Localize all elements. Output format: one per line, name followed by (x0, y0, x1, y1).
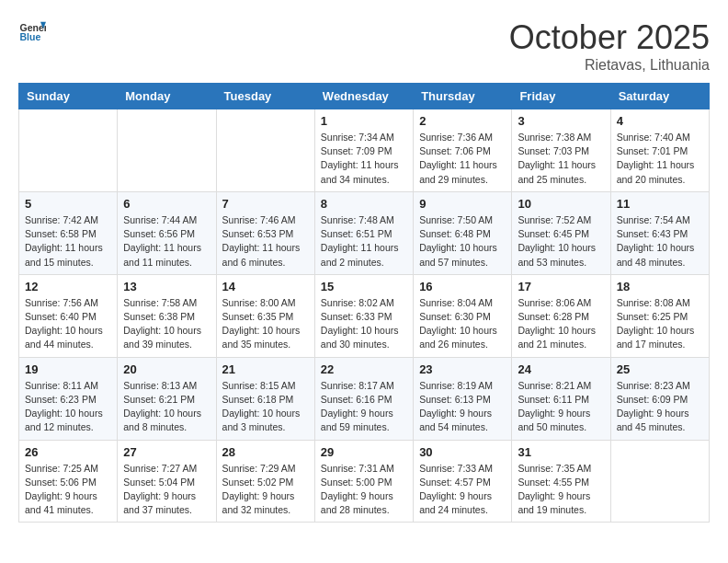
calendar-cell: 3Sunrise: 7:38 AM Sunset: 7:03 PM Daylig… (512, 109, 610, 192)
day-info: Sunrise: 7:25 AM Sunset: 5:06 PM Dayligh… (25, 462, 111, 518)
location: Rietavas, Lithuania (509, 57, 710, 74)
day-info: Sunrise: 7:35 AM Sunset: 4:55 PM Dayligh… (518, 462, 604, 518)
calendar-week-row: 19Sunrise: 8:11 AM Sunset: 6:23 PM Dayli… (19, 357, 710, 440)
day-number: 27 (123, 445, 210, 459)
day-number: 15 (321, 280, 407, 293)
day-info: Sunrise: 8:17 AM Sunset: 6:16 PM Dayligh… (321, 379, 407, 435)
day-info: Sunrise: 7:34 AM Sunset: 7:09 PM Dayligh… (321, 131, 407, 187)
day-number: 16 (419, 280, 506, 293)
calendar-cell: 19Sunrise: 8:11 AM Sunset: 6:23 PM Dayli… (19, 357, 118, 440)
day-number: 2 (419, 114, 506, 128)
day-number: 20 (123, 362, 210, 376)
day-number: 7 (222, 197, 309, 211)
calendar-cell: 27Sunrise: 7:27 AM Sunset: 5:04 PM Dayli… (118, 440, 216, 523)
day-info: Sunrise: 7:42 AM Sunset: 6:58 PM Dayligh… (25, 213, 111, 270)
day-info: Sunrise: 7:40 AM Sunset: 7:01 PM Dayligh… (617, 131, 703, 187)
calendar-cell: 4Sunrise: 7:40 AM Sunset: 7:01 PM Daylig… (610, 109, 709, 192)
calendar-cell: 28Sunrise: 7:29 AM Sunset: 5:02 PM Dayli… (216, 440, 314, 523)
day-number: 14 (222, 280, 309, 293)
day-number: 22 (321, 362, 407, 376)
day-number: 26 (25, 445, 111, 459)
day-number: 8 (321, 197, 407, 211)
day-info: Sunrise: 7:54 AM Sunset: 6:43 PM Dayligh… (617, 213, 703, 270)
calendar-cell: 8Sunrise: 7:48 AM Sunset: 6:51 PM Daylig… (314, 191, 413, 274)
calendar-cell: 12Sunrise: 7:56 AM Sunset: 6:40 PM Dayli… (19, 274, 118, 357)
day-number: 6 (123, 197, 210, 211)
calendar-cell: 11Sunrise: 7:54 AM Sunset: 6:43 PM Dayli… (610, 191, 709, 274)
day-number: 9 (419, 197, 506, 211)
day-number: 28 (222, 445, 309, 459)
day-of-week-header: Friday (512, 84, 610, 109)
calendar-header-row: SundayMondayTuesdayWednesdayThursdayFrid… (19, 84, 710, 109)
calendar-cell: 13Sunrise: 7:58 AM Sunset: 6:38 PM Dayli… (118, 274, 216, 357)
day-number: 11 (617, 197, 703, 211)
day-info: Sunrise: 8:23 AM Sunset: 6:09 PM Dayligh… (617, 379, 703, 435)
calendar-cell: 29Sunrise: 7:31 AM Sunset: 5:00 PM Dayli… (314, 440, 413, 523)
calendar-table: SundayMondayTuesdayWednesdayThursdayFrid… (18, 83, 710, 523)
day-number: 21 (222, 362, 309, 376)
day-number: 29 (321, 445, 407, 459)
calendar-cell: 7Sunrise: 7:46 AM Sunset: 6:53 PM Daylig… (216, 191, 314, 274)
calendar-cell: 18Sunrise: 8:08 AM Sunset: 6:25 PM Dayli… (610, 274, 709, 357)
calendar-cell: 23Sunrise: 8:19 AM Sunset: 6:13 PM Dayli… (414, 357, 512, 440)
calendar-cell: 30Sunrise: 7:33 AM Sunset: 4:57 PM Dayli… (414, 440, 512, 523)
day-number: 5 (25, 197, 111, 211)
day-info: Sunrise: 7:44 AM Sunset: 6:56 PM Dayligh… (123, 213, 210, 270)
logo: General Blue (18, 18, 46, 46)
day-info: Sunrise: 7:38 AM Sunset: 7:03 PM Dayligh… (518, 131, 604, 187)
calendar-cell (118, 109, 216, 192)
day-number: 12 (25, 280, 111, 293)
calendar-cell: 20Sunrise: 8:13 AM Sunset: 6:21 PM Dayli… (118, 357, 216, 440)
day-of-week-header: Sunday (19, 84, 118, 109)
calendar-cell: 31Sunrise: 7:35 AM Sunset: 4:55 PM Dayli… (512, 440, 610, 523)
day-of-week-header: Tuesday (216, 84, 314, 109)
calendar-cell: 25Sunrise: 8:23 AM Sunset: 6:09 PM Dayli… (610, 357, 709, 440)
calendar-week-row: 26Sunrise: 7:25 AM Sunset: 5:06 PM Dayli… (19, 440, 710, 523)
page-header: General Blue October 2025 Rietavas, Lith… (18, 18, 710, 74)
calendar-cell: 17Sunrise: 8:06 AM Sunset: 6:28 PM Dayli… (512, 274, 610, 357)
day-info: Sunrise: 8:04 AM Sunset: 6:30 PM Dayligh… (419, 296, 506, 352)
day-number: 30 (419, 445, 506, 459)
day-number: 23 (419, 362, 506, 376)
title-block: October 2025 Rietavas, Lithuania (509, 18, 710, 74)
day-info: Sunrise: 8:11 AM Sunset: 6:23 PM Dayligh… (25, 379, 111, 435)
day-of-week-header: Saturday (610, 84, 709, 109)
day-number: 17 (518, 280, 604, 293)
day-number: 24 (518, 362, 604, 376)
day-info: Sunrise: 8:02 AM Sunset: 6:33 PM Dayligh… (321, 296, 407, 352)
calendar-week-row: 1Sunrise: 7:34 AM Sunset: 7:09 PM Daylig… (19, 109, 710, 192)
calendar-cell: 26Sunrise: 7:25 AM Sunset: 5:06 PM Dayli… (19, 440, 118, 523)
day-number: 1 (321, 114, 407, 128)
month-title: October 2025 (509, 18, 710, 57)
day-info: Sunrise: 7:36 AM Sunset: 7:06 PM Dayligh… (419, 131, 506, 187)
calendar-cell: 16Sunrise: 8:04 AM Sunset: 6:30 PM Dayli… (414, 274, 512, 357)
calendar-cell (19, 109, 118, 192)
day-info: Sunrise: 8:21 AM Sunset: 6:11 PM Dayligh… (518, 379, 604, 435)
day-info: Sunrise: 7:52 AM Sunset: 6:45 PM Dayligh… (518, 213, 604, 270)
day-info: Sunrise: 8:19 AM Sunset: 6:13 PM Dayligh… (419, 379, 506, 435)
calendar-cell: 14Sunrise: 8:00 AM Sunset: 6:35 PM Dayli… (216, 274, 314, 357)
day-info: Sunrise: 7:33 AM Sunset: 4:57 PM Dayligh… (419, 462, 506, 518)
day-number: 18 (617, 280, 703, 293)
calendar-week-row: 5Sunrise: 7:42 AM Sunset: 6:58 PM Daylig… (19, 191, 710, 274)
calendar-cell: 24Sunrise: 8:21 AM Sunset: 6:11 PM Dayli… (512, 357, 610, 440)
day-info: Sunrise: 7:27 AM Sunset: 5:04 PM Dayligh… (123, 462, 210, 518)
calendar-cell: 22Sunrise: 8:17 AM Sunset: 6:16 PM Dayli… (314, 357, 413, 440)
calendar-cell: 2Sunrise: 7:36 AM Sunset: 7:06 PM Daylig… (414, 109, 512, 192)
calendar-cell: 9Sunrise: 7:50 AM Sunset: 6:48 PM Daylig… (414, 191, 512, 274)
calendar-cell: 1Sunrise: 7:34 AM Sunset: 7:09 PM Daylig… (314, 109, 413, 192)
day-number: 13 (123, 280, 210, 293)
day-number: 3 (518, 114, 604, 128)
logo-icon: General Blue (18, 18, 46, 46)
calendar-cell (610, 440, 709, 523)
calendar-week-row: 12Sunrise: 7:56 AM Sunset: 6:40 PM Dayli… (19, 274, 710, 357)
day-number: 25 (617, 362, 703, 376)
calendar-cell: 5Sunrise: 7:42 AM Sunset: 6:58 PM Daylig… (19, 191, 118, 274)
svg-text:Blue: Blue (20, 31, 41, 42)
calendar-cell: 21Sunrise: 8:15 AM Sunset: 6:18 PM Dayli… (216, 357, 314, 440)
calendar-cell: 10Sunrise: 7:52 AM Sunset: 6:45 PM Dayli… (512, 191, 610, 274)
day-info: Sunrise: 8:08 AM Sunset: 6:25 PM Dayligh… (617, 296, 703, 352)
day-info: Sunrise: 8:15 AM Sunset: 6:18 PM Dayligh… (222, 379, 309, 435)
day-number: 31 (518, 445, 604, 459)
day-number: 4 (617, 114, 703, 128)
